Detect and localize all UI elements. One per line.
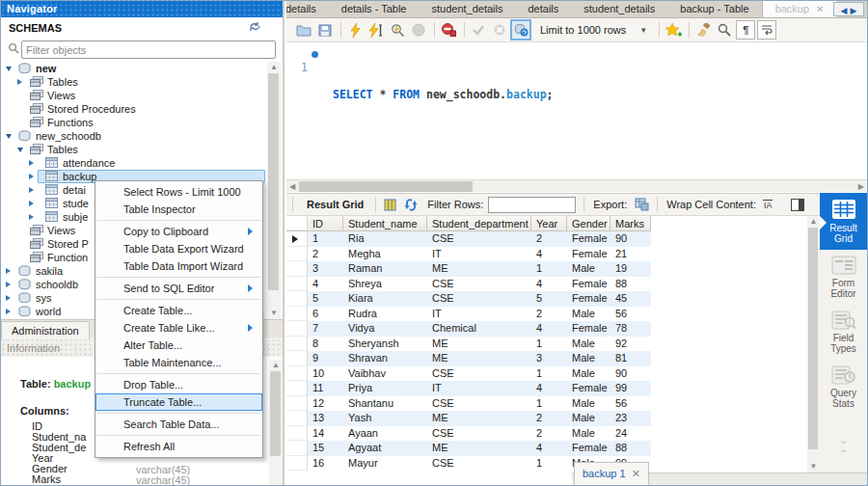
save-snippet-icon[interactable] bbox=[664, 20, 683, 40]
autocommit-icon[interactable] bbox=[511, 20, 530, 40]
result-set-tab[interactable]: backup 1✕ bbox=[574, 462, 649, 486]
grid-column-header-student_name[interactable]: Student_name bbox=[343, 216, 427, 230]
grid-cell[interactable]: CSE bbox=[427, 277, 531, 292]
menu-item-select-rows-limit-1000[interactable]: Select Rows - Limit 1000 bbox=[95, 183, 262, 201]
stop-on-error-icon[interactable] bbox=[439, 20, 458, 40]
tab-scroll-arrows[interactable]: ◀ ▶ bbox=[833, 2, 864, 16]
menu-item-create-table-[interactable]: Create Table... bbox=[95, 302, 262, 319]
grid-cell[interactable]: Female bbox=[567, 441, 610, 456]
grid-cell[interactable]: Shravan bbox=[343, 351, 427, 366]
grid-cell[interactable]: 12 bbox=[308, 396, 343, 412]
grid-cell[interactable]: Agyaat bbox=[343, 441, 427, 456]
menu-item-table-maintenance-[interactable]: Table Maintenance... bbox=[95, 354, 262, 371]
grid-cell[interactable]: IT bbox=[427, 307, 531, 322]
grid-cell[interactable]: 10 bbox=[308, 366, 343, 382]
grid-cell[interactable]: 5 bbox=[531, 291, 567, 307]
collapsed-arrow-icon[interactable] bbox=[6, 282, 11, 287]
wrap-text-icon[interactable] bbox=[757, 20, 776, 40]
grid-cell[interactable]: 16 bbox=[308, 456, 343, 472]
collapsed-arrow-icon[interactable] bbox=[29, 214, 34, 220]
grid-cell[interactable]: IT bbox=[427, 247, 531, 262]
grid-cell[interactable]: 56 bbox=[610, 396, 651, 412]
grid-cell[interactable]: 78 bbox=[610, 321, 651, 337]
grid-cell[interactable]: 4 bbox=[531, 441, 567, 456]
editor-tab-4[interactable]: student_details bbox=[571, 1, 667, 18]
beautify-icon[interactable] bbox=[693, 20, 713, 40]
grid-cell[interactable]: 23 bbox=[610, 411, 651, 426]
grid-cell[interactable]: 5 bbox=[308, 291, 343, 307]
tree-item-stored-procedures[interactable]: Stored Procedures bbox=[1, 102, 267, 116]
editor-tab-0[interactable]: details bbox=[286, 1, 329, 18]
menu-item-send-to-sql-editor[interactable]: Send to SQL Editor bbox=[95, 280, 262, 297]
grid-cell[interactable]: 88 bbox=[610, 277, 651, 292]
grid-cell[interactable]: IT bbox=[427, 381, 531, 396]
grid-cell[interactable]: 99 bbox=[610, 381, 651, 396]
grid-column-header-gender[interactable]: Gender bbox=[567, 216, 610, 230]
grid-cell[interactable]: 11 bbox=[308, 381, 343, 396]
menu-item-alter-table-[interactable]: Alter Table... bbox=[95, 337, 262, 354]
menu-item-table-data-export-wizard[interactable]: Table Data Export Wizard bbox=[95, 240, 262, 257]
expanded-arrow-icon[interactable] bbox=[6, 134, 12, 139]
grid-cell[interactable]: Chemical bbox=[427, 321, 531, 337]
collapsed-arrow-icon[interactable] bbox=[17, 79, 22, 85]
find-icon[interactable] bbox=[715, 20, 734, 40]
collapsed-arrow-icon[interactable] bbox=[6, 295, 11, 301]
grid-column-header-id[interactable]: ID bbox=[308, 216, 343, 230]
grid-cell[interactable]: 2 bbox=[531, 411, 567, 426]
grid-cell[interactable]: 9 bbox=[308, 351, 343, 366]
filter-objects-input[interactable] bbox=[21, 40, 276, 59]
grid-cell[interactable]: 81 bbox=[610, 351, 651, 366]
grid-cell[interactable]: 14 bbox=[308, 426, 343, 442]
grid-cell[interactable]: 1 bbox=[531, 456, 567, 472]
grid-cell[interactable]: ME bbox=[427, 351, 531, 366]
collapsed-arrow-icon[interactable] bbox=[29, 187, 34, 193]
expanded-arrow-icon[interactable] bbox=[17, 148, 23, 152]
grid-cell[interactable]: 1 bbox=[531, 337, 567, 352]
grid-options-icon[interactable] bbox=[380, 195, 399, 214]
collapsed-arrow-icon[interactable] bbox=[29, 160, 34, 166]
tree-item-new[interactable]: new bbox=[1, 62, 267, 75]
sql-editor[interactable]: 1 SELECT * FROM new_schoodb.backup; bbox=[286, 42, 867, 179]
menu-item-table-inspector[interactable]: Table Inspector bbox=[95, 201, 262, 218]
editor-tab-6[interactable]: backup✕ bbox=[762, 1, 838, 18]
panel-toggle-icon[interactable] bbox=[791, 199, 804, 211]
grid-cell[interactable]: Rudra bbox=[343, 307, 427, 322]
grid-cell[interactable]: 92 bbox=[610, 337, 651, 352]
grid-cell[interactable]: 1 bbox=[308, 231, 343, 247]
sidebar-button-result-grid[interactable]: Result Grid bbox=[820, 193, 867, 250]
grid-cell[interactable]: Mayur bbox=[343, 456, 427, 472]
editor-tab-5[interactable]: backup - Table bbox=[667, 1, 761, 18]
grid-cell[interactable]: 21 bbox=[610, 247, 651, 262]
grid-cell[interactable]: Male bbox=[567, 337, 610, 352]
grid-cell[interactable]: Yash bbox=[343, 411, 427, 426]
grid-cell[interactable]: CSE bbox=[427, 366, 531, 382]
sidebar-button-query-stats[interactable]: Query Stats bbox=[820, 360, 867, 415]
grid-cell[interactable]: CSE bbox=[427, 231, 531, 247]
wrap-cell-icon[interactable]: IA bbox=[763, 200, 773, 210]
grid-cell[interactable]: 19 bbox=[610, 261, 651, 277]
grid-cell[interactable]: Female bbox=[567, 231, 610, 247]
tab-administration[interactable]: Administration bbox=[1, 321, 90, 339]
grid-cell[interactable]: 2 bbox=[531, 307, 567, 322]
grid-cell[interactable]: 45 bbox=[610, 291, 651, 307]
grid-cell[interactable]: Female bbox=[567, 321, 610, 337]
menu-item-drop-table-[interactable]: Drop Table... bbox=[95, 376, 262, 393]
expanded-arrow-icon[interactable] bbox=[6, 67, 12, 71]
grid-cell[interactable]: Male bbox=[567, 261, 610, 277]
grid-cell[interactable]: 4 bbox=[531, 277, 567, 292]
tree-item-tables[interactable]: Tables bbox=[1, 143, 267, 156]
grid-cell[interactable]: 4 bbox=[531, 247, 567, 262]
grid-cell[interactable]: Female bbox=[567, 291, 610, 307]
tree-item-views[interactable]: Views bbox=[1, 89, 267, 102]
grid-cell[interactable]: Male bbox=[567, 307, 610, 322]
grid-cell[interactable]: Male bbox=[567, 396, 610, 412]
collapsed-arrow-icon[interactable] bbox=[29, 174, 34, 179]
grid-cell[interactable]: 13 bbox=[308, 411, 343, 426]
tree-item-functions[interactable]: Functions bbox=[1, 116, 267, 129]
limit-rows-dropdown[interactable]: Limit to 1000 rows▼ bbox=[534, 21, 653, 39]
grid-cell[interactable]: Shantanu bbox=[343, 396, 427, 412]
grid-cell[interactable]: Ria bbox=[343, 231, 427, 247]
grid-cell[interactable]: 2 bbox=[531, 426, 567, 442]
collapsed-arrow-icon[interactable] bbox=[6, 309, 11, 314]
grid-cell[interactable]: 1 bbox=[531, 396, 567, 412]
